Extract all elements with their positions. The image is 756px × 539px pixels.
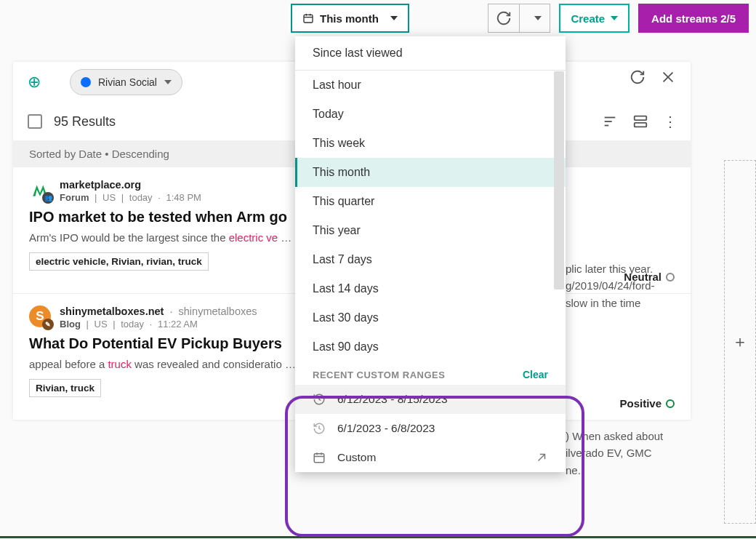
stream-chip[interactable]: Rivian Social (70, 69, 182, 95)
stream-color-dot (81, 77, 91, 87)
since-last-viewed-option[interactable]: Since last viewed (295, 36, 566, 71)
chevron-down-icon (611, 16, 618, 20)
results-count: 95 Results (54, 114, 116, 129)
refresh-options-button[interactable] (519, 4, 550, 32)
date-range-option[interactable]: This month (295, 158, 566, 187)
source-country: US (94, 319, 108, 330)
article-body-fragment: plic later this year. g/2019/04/24/ford-… (566, 260, 689, 311)
create-label: Create (571, 12, 605, 25)
source-name: marketplace.org (60, 179, 141, 191)
source-handle: shinymetalboxes (179, 306, 257, 317)
date-range-dropdown: Since last viewed Last hourTodayThis wee… (295, 36, 566, 472)
create-button[interactable]: Create (559, 4, 630, 33)
refresh-split-button (488, 4, 550, 33)
history-icon (313, 393, 326, 406)
tags-box[interactable]: Rivian, truck (29, 379, 101, 397)
custom-range-option[interactable]: Custom (295, 443, 566, 472)
svg-rect-0 (304, 15, 313, 23)
svg-line-15 (539, 455, 545, 461)
date-range-option[interactable]: Last 7 days (295, 245, 566, 274)
source-time: 11:22 AM (158, 319, 198, 330)
date-range-option[interactable]: Last hour (295, 71, 566, 100)
svg-rect-11 (314, 454, 324, 463)
source-type: Forum (60, 192, 89, 203)
refresh-button[interactable] (488, 4, 519, 32)
source-avatar: S ✎ (29, 306, 51, 327)
source-date: today (121, 319, 144, 330)
scrollbar[interactable] (554, 71, 564, 290)
refresh-icon[interactable] (630, 69, 646, 85)
calendar-icon (302, 12, 314, 24)
chevron-down-icon (534, 16, 542, 20)
chevron-down-icon (390, 16, 398, 20)
close-icon[interactable] (660, 69, 676, 85)
date-range-label: This month (320, 12, 379, 25)
date-range-option[interactable]: Today (295, 100, 566, 129)
source-time: 1:48 PM (166, 192, 201, 203)
source-badge-icon: ✎ (42, 319, 54, 330)
article-body-fragment: ) When asked about ilverado EV, GMC ne. (566, 428, 689, 479)
source-name: shinymetalboxes.net (60, 306, 164, 317)
source-date: today (129, 192, 153, 203)
recent-range-option[interactable]: 6/1/2023 - 6/8/2023 (295, 414, 566, 443)
sort-icon[interactable] (602, 113, 618, 129)
add-panel-button[interactable]: ＋ (724, 160, 756, 524)
history-icon (313, 422, 326, 435)
date-range-option[interactable]: This quarter (295, 187, 566, 216)
svg-rect-9 (635, 116, 647, 121)
tags-box[interactable]: electric vehicle, Rivian, rivian, truck (29, 252, 209, 271)
add-streams-button[interactable]: Add streams 2/5 (638, 4, 749, 33)
add-stream-icon[interactable]: ⊕ (28, 73, 41, 92)
footer-bar (0, 536, 756, 538)
date-range-button[interactable]: This month (291, 4, 409, 33)
calendar-icon (313, 451, 326, 464)
select-all-checkbox[interactable] (28, 114, 42, 129)
source-type: Blog (60, 319, 81, 330)
date-range-option[interactable]: This week (295, 129, 566, 158)
source-country: US (102, 192, 116, 203)
custom-label: Custom (337, 451, 376, 464)
date-range-option[interactable]: This year (295, 216, 566, 245)
source-badge-icon: 👥 (42, 192, 54, 204)
chevron-down-icon (164, 80, 172, 84)
stream-chip-label: Rivian Social (98, 76, 157, 88)
date-range-option[interactable]: Last 14 days (295, 274, 566, 303)
recent-range-option[interactable]: 6/12/2023 - 8/15/2023 (295, 385, 566, 414)
svg-rect-10 (635, 123, 647, 127)
clear-recent-link[interactable]: Clear (523, 369, 548, 380)
date-range-option[interactable]: Last 30 days (295, 303, 566, 332)
recent-ranges-header: RECENT CUSTOM RANGES Clear (295, 362, 566, 385)
arrow-up-right-icon (535, 451, 548, 464)
refresh-icon (496, 10, 512, 26)
more-menu-icon[interactable]: ⋮ (663, 113, 676, 130)
source-avatar: 👥 (29, 179, 51, 201)
layout-icon[interactable] (632, 113, 648, 129)
sentiment-dot-icon (666, 399, 675, 408)
date-range-option[interactable]: Last 90 days (295, 332, 566, 362)
sentiment-label: Positive (619, 397, 675, 410)
